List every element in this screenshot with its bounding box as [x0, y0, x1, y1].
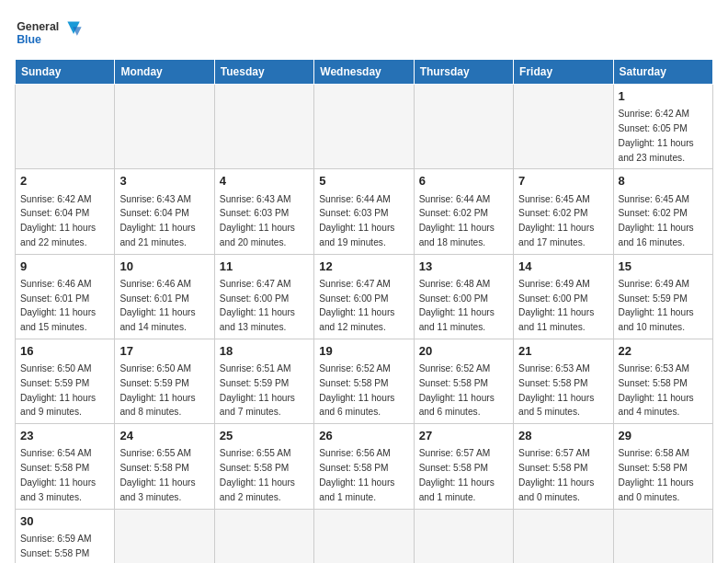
day-info: Sunrise: 6:53 AMSunset: 5:58 PMDaylight:…	[619, 363, 694, 417]
calendar-cell: 13 Sunrise: 6:48 AMSunset: 6:00 PMDaylig…	[414, 254, 513, 339]
calendar-cell: 11 Sunrise: 6:47 AMSunset: 6:00 PMDaylig…	[214, 254, 313, 339]
calendar-cell: 10 Sunrise: 6:46 AMSunset: 6:01 PMDaylig…	[115, 254, 214, 339]
day-info: Sunrise: 6:51 AMSunset: 5:59 PMDaylight:…	[220, 363, 295, 417]
day-number: 2	[20, 173, 109, 190]
calendar-cell: 5 Sunrise: 6:44 AMSunset: 6:03 PMDayligh…	[314, 169, 414, 254]
day-number: 1	[619, 88, 708, 105]
calendar-cell: 15 Sunrise: 6:49 AMSunset: 5:59 PMDaylig…	[613, 254, 712, 339]
day-number: 3	[119, 173, 209, 190]
day-info: Sunrise: 6:50 AMSunset: 5:59 PMDaylight:…	[20, 363, 96, 417]
day-number: 25	[220, 428, 309, 444]
day-number: 10	[119, 259, 209, 275]
page-header: General Blue	[15, 15, 713, 52]
day-number: 29	[619, 428, 708, 444]
day-number: 28	[518, 428, 608, 444]
day-info: Sunrise: 6:48 AMSunset: 6:00 PMDaylight:…	[419, 279, 495, 332]
day-info: Sunrise: 6:59 AMSunset: 5:58 PMDaylight:…	[20, 534, 96, 563]
calendar-cell	[414, 509, 513, 563]
day-info: Sunrise: 6:52 AMSunset: 5:58 PMDaylight:…	[319, 363, 394, 417]
calendar-cell: 3 Sunrise: 6:43 AMSunset: 6:04 PMDayligh…	[115, 169, 214, 254]
day-number: 11	[220, 259, 309, 275]
day-number: 30	[20, 513, 109, 530]
calendar-cell	[16, 85, 115, 169]
day-number: 17	[119, 343, 209, 360]
calendar-cell: 2 Sunrise: 6:42 AMSunset: 6:04 PMDayligh…	[16, 169, 115, 254]
day-number: 9	[20, 259, 109, 275]
day-info: Sunrise: 6:52 AMSunset: 5:58 PMDaylight:…	[419, 363, 495, 417]
day-info: Sunrise: 6:45 AMSunset: 6:02 PMDaylight:…	[619, 194, 694, 247]
day-info: Sunrise: 6:47 AMSunset: 6:00 PMDaylight:…	[319, 279, 394, 332]
col-header-sunday: Sunday	[16, 60, 115, 85]
day-number: 14	[518, 259, 608, 275]
calendar-cell: 21 Sunrise: 6:53 AMSunset: 5:58 PMDaylig…	[514, 339, 613, 423]
day-info: Sunrise: 6:46 AMSunset: 6:01 PMDaylight:…	[20, 279, 96, 332]
day-number: 13	[419, 259, 508, 275]
day-info: Sunrise: 6:49 AMSunset: 6:00 PMDaylight:…	[518, 279, 594, 332]
calendar-cell: 29 Sunrise: 6:58 AMSunset: 5:58 PMDaylig…	[613, 424, 712, 509]
calendar-header-row: SundayMondayTuesdayWednesdayThursdayFrid…	[16, 60, 713, 85]
day-number: 4	[220, 173, 309, 190]
calendar-cell: 14 Sunrise: 6:49 AMSunset: 6:00 PMDaylig…	[514, 254, 613, 339]
day-info: Sunrise: 6:56 AMSunset: 5:58 PMDaylight:…	[319, 448, 394, 501]
day-number: 20	[419, 343, 508, 360]
calendar-cell: 24 Sunrise: 6:55 AMSunset: 5:58 PMDaylig…	[115, 424, 214, 509]
calendar-table: SundayMondayTuesdayWednesdayThursdayFrid…	[15, 59, 713, 563]
col-header-tuesday: Tuesday	[214, 60, 313, 85]
day-number: 21	[518, 343, 608, 360]
day-info: Sunrise: 6:58 AMSunset: 5:58 PMDaylight:…	[619, 448, 694, 501]
calendar-cell	[514, 85, 613, 169]
calendar-cell: 16 Sunrise: 6:50 AMSunset: 5:59 PMDaylig…	[16, 339, 115, 423]
day-info: Sunrise: 6:57 AMSunset: 5:58 PMDaylight:…	[419, 448, 495, 501]
day-info: Sunrise: 6:44 AMSunset: 6:02 PMDaylight:…	[419, 194, 495, 247]
day-info: Sunrise: 6:55 AMSunset: 5:58 PMDaylight:…	[119, 448, 195, 501]
col-header-friday: Friday	[514, 60, 613, 85]
calendar-week-row: 9 Sunrise: 6:46 AMSunset: 6:01 PMDayligh…	[16, 254, 713, 339]
svg-text:General: General	[17, 20, 59, 33]
calendar-cell	[414, 85, 513, 169]
calendar-cell	[214, 509, 313, 563]
day-info: Sunrise: 6:43 AMSunset: 6:04 PMDaylight:…	[119, 194, 195, 247]
day-number: 15	[619, 259, 708, 275]
calendar-cell	[314, 509, 414, 563]
calendar-week-row: 23 Sunrise: 6:54 AMSunset: 5:58 PMDaylig…	[16, 424, 713, 509]
calendar-cell: 8 Sunrise: 6:45 AMSunset: 6:02 PMDayligh…	[613, 169, 712, 254]
col-header-thursday: Thursday	[414, 60, 513, 85]
day-number: 27	[419, 428, 508, 444]
day-number: 19	[319, 343, 408, 360]
calendar-cell: 12 Sunrise: 6:47 AMSunset: 6:00 PMDaylig…	[314, 254, 414, 339]
calendar-cell: 23 Sunrise: 6:54 AMSunset: 5:58 PMDaylig…	[16, 424, 115, 509]
calendar-cell: 22 Sunrise: 6:53 AMSunset: 5:58 PMDaylig…	[613, 339, 712, 423]
calendar-cell: 4 Sunrise: 6:43 AMSunset: 6:03 PMDayligh…	[214, 169, 313, 254]
calendar-cell	[115, 509, 214, 563]
day-info: Sunrise: 6:49 AMSunset: 5:59 PMDaylight:…	[619, 279, 694, 332]
day-number: 8	[619, 173, 708, 190]
day-info: Sunrise: 6:46 AMSunset: 6:01 PMDaylight:…	[119, 279, 195, 332]
day-info: Sunrise: 6:54 AMSunset: 5:58 PMDaylight:…	[20, 448, 96, 501]
calendar-cell	[314, 85, 414, 169]
calendar-week-row: 2 Sunrise: 6:42 AMSunset: 6:04 PMDayligh…	[16, 169, 713, 254]
calendar-week-row: 1 Sunrise: 6:42 AMSunset: 6:05 PMDayligh…	[16, 85, 713, 169]
calendar-cell: 6 Sunrise: 6:44 AMSunset: 6:02 PMDayligh…	[414, 169, 513, 254]
day-info: Sunrise: 6:50 AMSunset: 5:59 PMDaylight:…	[119, 363, 195, 417]
calendar-week-row: 30 Sunrise: 6:59 AMSunset: 5:58 PMDaylig…	[16, 509, 713, 563]
calendar-cell: 19 Sunrise: 6:52 AMSunset: 5:58 PMDaylig…	[314, 339, 414, 423]
calendar-cell: 1 Sunrise: 6:42 AMSunset: 6:05 PMDayligh…	[613, 85, 712, 169]
day-number: 24	[119, 428, 209, 444]
day-number: 18	[220, 343, 309, 360]
day-number: 23	[20, 428, 109, 444]
day-info: Sunrise: 6:53 AMSunset: 5:58 PMDaylight:…	[518, 363, 594, 417]
day-number: 16	[20, 343, 109, 360]
day-info: Sunrise: 6:44 AMSunset: 6:03 PMDaylight:…	[319, 194, 394, 247]
col-header-saturday: Saturday	[613, 60, 712, 85]
day-info: Sunrise: 6:45 AMSunset: 6:02 PMDaylight:…	[518, 194, 594, 247]
col-header-wednesday: Wednesday	[314, 60, 414, 85]
logo: General Blue	[15, 15, 97, 52]
calendar-cell: 26 Sunrise: 6:56 AMSunset: 5:58 PMDaylig…	[314, 424, 414, 509]
day-number: 12	[319, 259, 408, 275]
day-info: Sunrise: 6:47 AMSunset: 6:00 PMDaylight:…	[220, 279, 295, 332]
day-info: Sunrise: 6:55 AMSunset: 5:58 PMDaylight:…	[220, 448, 295, 501]
day-info: Sunrise: 6:57 AMSunset: 5:58 PMDaylight:…	[518, 448, 594, 501]
day-number: 22	[619, 343, 708, 360]
calendar-cell: 7 Sunrise: 6:45 AMSunset: 6:02 PMDayligh…	[514, 169, 613, 254]
logo-svg: General Blue	[15, 15, 97, 52]
